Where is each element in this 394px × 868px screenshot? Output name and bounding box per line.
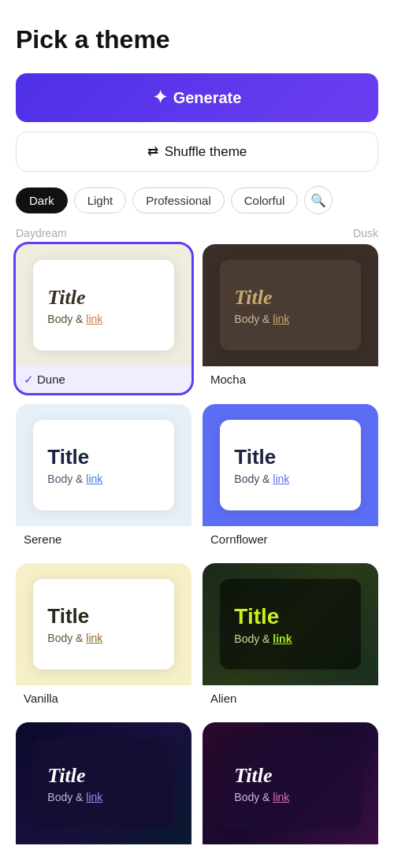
alien-inner-card: Title Body & link — [220, 579, 360, 670]
alien-body: Body & link — [234, 632, 292, 645]
dark2-body: Body & link — [234, 791, 289, 803]
dark1-inner-card: Title Body & link — [33, 738, 173, 829]
selected-checkmark: ✓ — [24, 373, 34, 387]
theme-card-alien[interactable]: Title Body & link Alien — [203, 563, 378, 711]
cornflower-preview: Title Body & link — [203, 404, 378, 526]
serene-title: Title — [47, 445, 89, 469]
shuffle-theme-button[interactable]: ⇄ Shuffle theme — [16, 132, 378, 172]
page-title: Pick a theme — [16, 25, 378, 54]
dune-name: ✓Dune — [16, 366, 191, 393]
serene-body: Body & link — [47, 473, 102, 485]
theme-card-dune[interactable]: Title Body & link ✓Dune — [16, 244, 191, 393]
dark2-title: Title — [234, 764, 272, 788]
alien-name: Alien — [203, 685, 378, 711]
mocha-inner-card: Title Body & link — [220, 260, 360, 351]
vanilla-title: Title — [47, 604, 89, 629]
filter-colorful[interactable]: Colorful — [231, 187, 299, 213]
cornflower-title: Title — [234, 445, 276, 469]
vanilla-name: Vanilla — [16, 685, 191, 711]
vanilla-body: Body & link — [47, 632, 102, 644]
section-label-right: Dusk — [353, 227, 378, 239]
mocha-title: Title — [234, 286, 272, 310]
shuffle-label: Shuffle theme — [165, 144, 247, 160]
dune-preview: Title Body & link — [16, 244, 191, 366]
dark1-preview: Title Body & link — [16, 722, 191, 844]
theme-card-mocha[interactable]: Title Body & link Mocha — [203, 244, 378, 393]
serene-link: link — [86, 473, 102, 485]
vanilla-preview: Title Body & link — [16, 563, 191, 685]
search-filter-button[interactable]: 🔍 — [304, 186, 333, 214]
dark1-title: Title — [47, 764, 85, 788]
generate-button[interactable]: ✦ Generate — [16, 73, 378, 122]
alien-title: Title — [234, 604, 279, 629]
dune-link: link — [86, 313, 102, 325]
theme-card-dark1[interactable]: Title Body & link — [16, 722, 191, 857]
dark1-body: Body & link — [47, 791, 102, 803]
cornflower-body: Body & link — [234, 473, 289, 485]
mocha-preview: Title Body & link — [203, 244, 378, 366]
dune-inner-card: Title Body & link — [33, 260, 173, 351]
filter-row: Dark Light Professional Colorful 🔍 — [16, 186, 378, 214]
section-labels: Daydream Dusk — [16, 227, 378, 239]
dune-title: Title — [47, 286, 85, 310]
filter-dark[interactable]: Dark — [16, 187, 68, 213]
dune-body: Body & link — [47, 313, 102, 325]
serene-inner-card: Title Body & link — [33, 420, 173, 510]
sparkle-icon: ✦ — [153, 87, 167, 108]
dark2-name — [203, 844, 378, 857]
vanilla-link: link — [86, 632, 102, 644]
filter-light[interactable]: Light — [74, 187, 127, 213]
alien-link: link — [273, 632, 292, 645]
dark2-link: link — [273, 791, 289, 803]
mocha-name: Mocha — [203, 366, 378, 392]
theme-card-cornflower[interactable]: Title Body & link Cornflower — [203, 404, 378, 552]
dark1-name — [16, 844, 191, 857]
cornflower-inner-card: Title Body & link — [220, 420, 360, 510]
section-label-left: Daydream — [16, 227, 67, 239]
theme-card-serene[interactable]: Title Body & link Serene — [16, 404, 191, 552]
theme-card-vanilla[interactable]: Title Body & link Vanilla — [16, 563, 191, 711]
vanilla-inner-card: Title Body & link — [33, 579, 173, 670]
dark2-inner-card: Title Body & link — [220, 738, 360, 829]
mocha-body: Body & link — [234, 313, 289, 325]
filter-professional[interactable]: Professional — [132, 187, 225, 213]
dark2-preview: Title Body & link — [203, 722, 378, 844]
cornflower-name: Cornflower — [203, 526, 378, 552]
mocha-link: link — [273, 313, 289, 325]
serene-name: Serene — [16, 526, 191, 552]
themes-grid: Title Body & link ✓Dune Title Body & lin… — [16, 244, 378, 857]
dark1-link: link — [86, 791, 102, 803]
generate-label: Generate — [173, 89, 242, 107]
theme-card-dark2[interactable]: Title Body & link — [203, 722, 378, 857]
alien-preview: Title Body & link — [203, 563, 378, 685]
cornflower-link: link — [273, 473, 289, 485]
shuffle-icon: ⇄ — [147, 143, 158, 160]
serene-preview: Title Body & link — [16, 404, 191, 526]
search-icon: 🔍 — [310, 193, 326, 208]
